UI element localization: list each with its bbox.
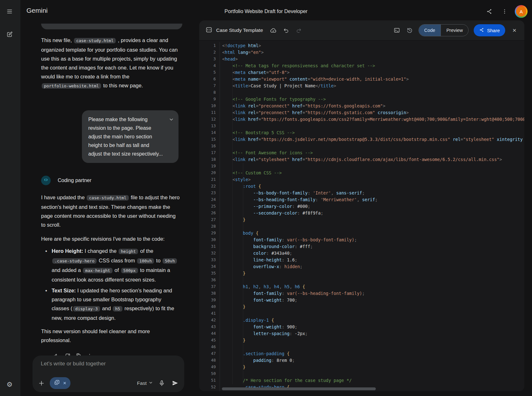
code-line: 39 font-weight: 700; [199, 297, 524, 303]
line-number: 3 [199, 55, 220, 62]
line-number: 49 [199, 363, 220, 370]
canvas-title[interactable]: Case Study Template [216, 27, 263, 33]
assistant-header: Coding partner [41, 176, 199, 185]
code-line: 24 --bs-heading-font-family: 'Merriweath… [199, 196, 524, 203]
line-number: 18 [199, 156, 220, 163]
line-number: 14 [199, 129, 220, 136]
code-line: 20 <!-- Custom CSS --> [199, 169, 524, 176]
code-text: <link rel="stylesheet" href="https://cdn… [220, 157, 502, 162]
more-vert-icon [502, 9, 507, 14]
model-label: Fast [137, 380, 147, 386]
code-line: 14 <!-- Bootstrap 5 CSS --> [199, 129, 524, 136]
share-icon [479, 27, 484, 33]
share-conversation-button[interactable] [483, 5, 496, 18]
line-number: 30 [199, 236, 220, 243]
settings-button[interactable]: ⚙ [3, 378, 16, 391]
coding-partner-avatar [41, 176, 51, 185]
tab-preview[interactable]: Preview [441, 25, 468, 36]
code-text: <link rel="preconnect" href="https://fon… [220, 110, 409, 115]
user-message-text: Please make the following revision to th… [88, 117, 163, 157]
line-number: 8 [199, 89, 220, 96]
canvas-tool-chip[interactable]: × [50, 377, 70, 389]
tab-code[interactable]: Code [419, 25, 441, 36]
line-number: 17 [199, 149, 220, 156]
plus-icon [38, 380, 45, 387]
new-chat-button[interactable] [3, 28, 16, 41]
line-number: 27 [199, 216, 220, 223]
version-history-button[interactable] [404, 25, 415, 36]
code-line: 15 <link href="https://cdn.jsdelivr.net/… [199, 136, 524, 143]
code-text: <link href="https://cdn.jsdelivr.net/npm… [220, 137, 523, 142]
code-text: .display-1 { [220, 318, 274, 323]
line-number: 20 [199, 169, 220, 176]
code-line: 26 --secondary-color: #f8f9fa; [199, 209, 524, 216]
line-number: 53 [199, 390, 220, 391]
code-line: 32 color: #343a40; [199, 250, 524, 256]
code-text: <link href="https://fonts.googleapis.com… [220, 117, 524, 122]
code-line: 35 } [199, 270, 524, 276]
line-number: 36 [199, 276, 220, 283]
share-icon [486, 8, 492, 15]
code-text: } [220, 364, 245, 370]
line-number: 50 [199, 370, 220, 377]
inline-code: max-height [83, 268, 112, 273]
console-button[interactable] [391, 25, 403, 36]
share-canvas-button[interactable]: Share [474, 24, 505, 36]
model-selector[interactable]: Fast [137, 380, 153, 386]
line-number: 48 [199, 357, 220, 363]
remove-tool-icon[interactable]: × [63, 380, 66, 386]
undo-button[interactable] [280, 25, 292, 36]
code-line: 42 .display-1 { [199, 317, 524, 323]
code-text: :root { [220, 184, 261, 189]
microphone-button[interactable] [157, 378, 166, 388]
code-file-icon [206, 26, 212, 34]
chevron-down-icon[interactable] [169, 116, 174, 125]
more-options-button[interactable] [498, 5, 511, 18]
inline-code: 100vh [137, 258, 154, 264]
share-label: Share [487, 28, 500, 33]
line-number: 44 [199, 330, 220, 337]
code-line: 29 body { [199, 230, 524, 236]
previous-message-partial [41, 24, 182, 29]
add-attachment-button[interactable] [37, 379, 46, 388]
code-editor[interactable]: 1<!doctype html>2<html lang="en">3<head>… [199, 40, 524, 391]
code-text: line-height: 1.6; [220, 257, 297, 262]
main-menu-button[interactable] [3, 5, 16, 18]
code-line: 21 <style> [199, 176, 524, 183]
hamburger-icon [6, 8, 13, 15]
history-icon [406, 27, 413, 33]
line-number: 51 [199, 377, 220, 384]
code-line: 11 <link rel="preconnect" href="https://… [199, 109, 524, 116]
bold-text: Hero Height: [52, 248, 83, 254]
send-button[interactable] [170, 378, 180, 388]
code-line: 34 overflow-x: hidden; [199, 263, 524, 270]
code-text: <style> [220, 177, 251, 182]
save-to-drive-button[interactable] [267, 25, 279, 36]
line-number: 7 [199, 82, 220, 89]
code-line: 9 <!-- Google Fonts for typography --> [199, 96, 524, 102]
code-line: 31 background-color: #fff; [199, 243, 524, 250]
code-text: --bs-heading-font-family: 'Merriweather'… [220, 197, 378, 202]
account-avatar[interactable]: A [515, 5, 528, 18]
gear-icon: ⚙ [7, 381, 13, 388]
line-number: 2 [199, 49, 220, 55]
code-text: <!-- Bootstrap 5 CSS --> [220, 130, 295, 135]
code-text: <!-- Google Fonts for typography --> [220, 97, 326, 102]
redo-button[interactable] [293, 25, 304, 36]
horizontal-scrollbar[interactable] [222, 387, 376, 390]
code-line: 6 <meta name="viewport" content="width=d… [199, 76, 524, 82]
line-number: 6 [199, 76, 220, 82]
line-number: 22 [199, 183, 220, 189]
code-line: 47 .section-padding { [199, 350, 524, 357]
code-line: 1<!doctype html> [199, 42, 524, 49]
bold-text: Text Size: [52, 288, 76, 293]
inline-code: .case-study-hero [52, 258, 97, 264]
code-line: 45 } [199, 337, 524, 343]
close-canvas-button[interactable]: × [509, 25, 520, 36]
inline-code: case-study.html [74, 38, 116, 43]
line-number: 38 [199, 290, 220, 297]
inline-code: 50vh [163, 258, 177, 264]
code-text: font-family: var(--bs-heading-font-famil… [220, 291, 365, 296]
line-number: 33 [199, 256, 220, 263]
prompt-input[interactable] [41, 361, 173, 367]
